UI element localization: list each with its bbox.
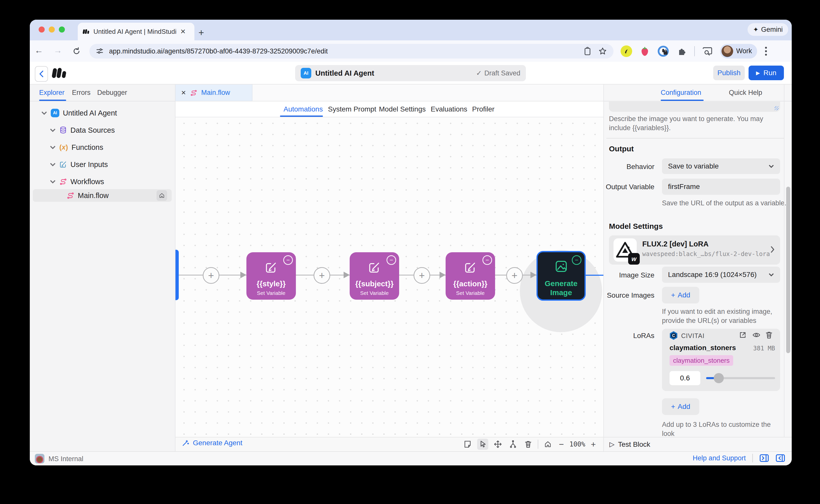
new-tab-button[interactable]: + <box>198 27 204 38</box>
url-text[interactable]: app.mindstudio.ai/agents/857270b0-af06-4… <box>109 47 584 55</box>
agent-title-pill[interactable]: AI Untitled AI Agent ✓ Draft Saved <box>295 65 526 81</box>
node-generate-image[interactable]: − Generate Image <box>536 251 586 301</box>
tab-system-prompt[interactable]: System Prompt <box>328 101 376 117</box>
source-images-add-button[interactable]: +Add <box>662 287 699 303</box>
mindstudio-logo[interactable] <box>51 66 68 79</box>
preview-eye-icon[interactable] <box>752 331 760 339</box>
tree-item-data-sources[interactable]: Data Sources <box>50 124 115 136</box>
workflow-canvas[interactable]: Automations System Prompt Model Settings… <box>175 101 603 437</box>
publish-button[interactable]: Publish <box>713 66 745 80</box>
zoom-out-button[interactable]: − <box>557 439 565 449</box>
arrow-icon <box>440 272 446 278</box>
delete-trash-icon[interactable] <box>523 439 534 450</box>
help-and-support-link[interactable]: Help and Support <box>693 454 746 462</box>
agent-title: Untitled AI Agent <box>315 69 472 77</box>
behavior-label: Behavior <box>604 163 655 171</box>
lora-trigger-tag[interactable]: claymation_stoners <box>670 355 733 366</box>
zoom-in-button[interactable]: + <box>589 439 597 449</box>
tab-configuration[interactable]: Configuration <box>661 85 701 101</box>
tab-automations[interactable]: Automations <box>284 101 323 117</box>
close-window-button[interactable] <box>39 26 45 33</box>
lora-add-button[interactable]: +Add <box>662 398 699 415</box>
node-set-variable-style[interactable]: − {{style}} Set Variable <box>247 252 296 300</box>
offscreen-start-node[interactable] <box>175 250 179 300</box>
insert-step-button[interactable]: + <box>314 267 330 284</box>
app-back-button[interactable] <box>35 66 48 82</box>
tree-item-workflows[interactable]: Workflows <box>50 176 104 187</box>
lora-weight-input[interactable]: 0.6 <box>670 371 700 385</box>
address-bar[interactable]: app.mindstudio.ai/agents/857270b0-af06-4… <box>89 44 613 59</box>
close-icon[interactable]: ✕ <box>181 89 186 96</box>
collapse-node-icon[interactable]: − <box>387 255 396 265</box>
pan-move-icon[interactable] <box>492 439 503 450</box>
extension-strawberry-icon[interactable] <box>640 46 650 57</box>
gemini-button[interactable]: ✦ Gemini <box>748 23 788 36</box>
home-icon[interactable] <box>156 190 167 201</box>
profile-chip[interactable]: Work <box>720 44 757 59</box>
tree-item-user-inputs[interactable]: User Inputs <box>50 159 108 170</box>
resize-grip-icon[interactable] <box>775 106 779 110</box>
open-right-panel-icon[interactable] <box>759 454 769 462</box>
canvas-grid[interactable]: + + + + − {{style}} Set Variable − <box>175 117 603 437</box>
clipboard-icon[interactable] <box>584 47 591 55</box>
tree-item-root[interactable]: AI Untitled AI Agent <box>41 107 117 119</box>
comment-note-icon[interactable] <box>462 439 473 450</box>
toolbar-divider <box>538 440 538 449</box>
model-card[interactable]: w FLUX.2 [dev] LoRA wavespeed:black_…bs/… <box>609 235 780 265</box>
extensions-puzzle-icon[interactable] <box>677 46 687 56</box>
panel-scrollbar-thumb[interactable] <box>786 187 790 353</box>
behavior-select[interactable]: Save to variable <box>662 158 780 174</box>
check-icon: ✓ <box>476 69 482 77</box>
site-settings-icon[interactable] <box>96 47 103 55</box>
reload-icon[interactable] <box>72 47 81 55</box>
slider-thumb[interactable] <box>714 373 724 383</box>
arrow-icon <box>530 272 536 278</box>
image-icon <box>554 259 568 273</box>
zoom-window-button[interactable] <box>59 26 65 33</box>
editor-tab-main-flow[interactable]: ✕ Main.flow <box>175 85 253 101</box>
generate-agent-button[interactable]: Generate Agent <box>182 439 243 447</box>
browser-menu-kebab-icon[interactable] <box>765 46 767 56</box>
search-tabs-icon[interactable] <box>702 47 713 56</box>
tree-item-main-flow[interactable]: Main.flow <box>33 189 172 202</box>
collapse-node-icon[interactable]: − <box>572 255 581 265</box>
browser-tab[interactable]: Untitled AI Agent | MindStudi ✕ <box>78 23 194 40</box>
tab-explorer[interactable]: Explorer <box>39 85 65 101</box>
zoom-level[interactable]: 100% <box>569 440 585 448</box>
tree-item-functions[interactable]: (x) Functions <box>50 142 103 153</box>
tab-model-settings[interactable]: Model Settings <box>379 101 426 117</box>
workspace-name[interactable]: MS Internal <box>48 455 83 463</box>
bookmark-star-icon[interactable] <box>598 47 607 55</box>
workspace-avatar[interactable] <box>35 454 44 463</box>
extension-1password-icon[interactable] <box>658 45 669 57</box>
delete-lora-icon[interactable] <box>766 331 773 339</box>
tab-errors[interactable]: Errors <box>72 85 91 101</box>
insert-step-button[interactable]: + <box>203 267 220 284</box>
prompt-textarea-bottom[interactable] <box>609 102 780 112</box>
extension-banana-icon[interactable] <box>621 45 632 57</box>
tab-profiler[interactable]: Profiler <box>472 101 495 117</box>
home-view-icon[interactable] <box>542 439 553 450</box>
auto-layout-icon[interactable] <box>507 439 518 450</box>
back-icon[interactable]: ← <box>35 45 43 55</box>
insert-step-button[interactable]: + <box>414 267 430 284</box>
tab-debugger[interactable]: Debugger <box>97 85 127 101</box>
output-variable-input[interactable]: firstFrame <box>662 179 780 195</box>
tab-close-icon[interactable]: ✕ <box>180 28 186 36</box>
tab-evaluations[interactable]: Evaluations <box>431 101 467 117</box>
collapse-right-panel-icon[interactable] <box>776 454 785 462</box>
image-size-select[interactable]: Landscape 16:9 (1024×576) <box>662 267 780 283</box>
node-set-variable-subject[interactable]: − {{subject}} Set Variable <box>350 252 399 300</box>
select-cursor-icon[interactable] <box>477 439 488 450</box>
insert-step-button[interactable]: + <box>506 267 523 284</box>
lora-weight-slider[interactable] <box>706 377 775 379</box>
collapse-node-icon[interactable]: − <box>283 255 293 265</box>
forward-icon[interactable]: → <box>53 45 62 55</box>
test-block-bar[interactable]: ▷ Test Block <box>604 437 792 451</box>
tab-quick-help[interactable]: Quick Help <box>729 85 762 101</box>
collapse-node-icon[interactable]: − <box>482 255 492 265</box>
minimize-window-button[interactable] <box>49 26 55 33</box>
external-link-icon[interactable] <box>739 331 747 339</box>
node-set-variable-action[interactable]: − {{action}} Set Variable <box>446 252 495 300</box>
run-button[interactable]: ▶ Run <box>749 66 784 80</box>
